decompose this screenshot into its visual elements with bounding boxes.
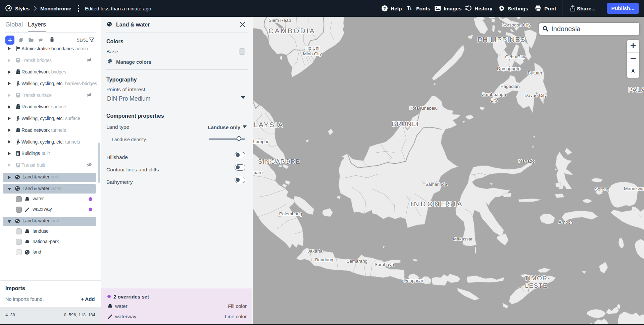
svg-text:BRUNEI: BRUNEI xyxy=(392,120,419,127)
svg-text:Pagadian: Pagadian xyxy=(500,84,519,89)
svg-text:Pekanbaru: Pekanbaru xyxy=(253,170,263,175)
svg-text:INDONESIA: INDONESIA xyxy=(410,200,464,208)
svg-text:Davao City: Davao City xyxy=(525,93,547,98)
svg-text:Sorong: Sorong xyxy=(595,186,609,192)
svg-text:Bandung: Bandung xyxy=(315,257,333,262)
svg-text:Manado: Manado xyxy=(518,159,535,164)
svg-text:Samarinda: Samarinda xyxy=(425,182,447,187)
svg-text:Denpasar: Denpasar xyxy=(404,278,424,283)
svg-text:City: City xyxy=(490,98,498,103)
svg-text:MALAYSIA: MALAYSIA xyxy=(253,121,284,128)
svg-text:t: t xyxy=(410,6,412,11)
svg-text:Kuala Lumpur: Kuala Lumpur xyxy=(253,139,269,144)
svg-text:Manokwari: Manokwari xyxy=(624,186,644,191)
svg-text:Cebu City: Cebu City xyxy=(505,54,525,59)
svg-text:Semarang: Semarang xyxy=(347,259,367,264)
svg-text:LESTE: LESTE xyxy=(525,282,548,289)
svg-text:Kota Kinabalu: Kota Kinabalu xyxy=(409,106,438,111)
svg-text:Makassar: Makassar xyxy=(453,236,473,241)
svg-text:Sorsogon City: Sorsogon City xyxy=(502,22,531,28)
svg-text:Siem Reap: Siem Reap xyxy=(269,18,291,23)
svg-text:PALAU: PALAU xyxy=(628,86,644,93)
svg-text:Palembang: Palembang xyxy=(279,211,302,216)
svg-text:SINGAPORE: SINGAPORE xyxy=(258,158,300,165)
svg-text:Zamboanga: Zamboanga xyxy=(482,92,506,97)
svg-text:Butuan: Butuan xyxy=(528,70,542,75)
svg-text:Surabaya: Surabaya xyxy=(375,262,394,267)
svg-text:Minh City: Minh City xyxy=(303,51,322,56)
svg-text:Jakarta: Jakarta xyxy=(308,249,323,254)
svg-text:Ambon: Ambon xyxy=(559,220,573,225)
svg-text:?: ? xyxy=(383,6,386,11)
svg-text:CAMBODIA: CAMBODIA xyxy=(268,27,315,35)
svg-text:Dumaguete: Dumaguete xyxy=(497,66,521,71)
svg-text:Ho Chi: Ho Chi xyxy=(305,46,319,51)
svg-text:TIMOR-: TIMOR- xyxy=(525,275,550,282)
svg-text:PHILIPPINES: PHILIPPINES xyxy=(478,36,526,43)
